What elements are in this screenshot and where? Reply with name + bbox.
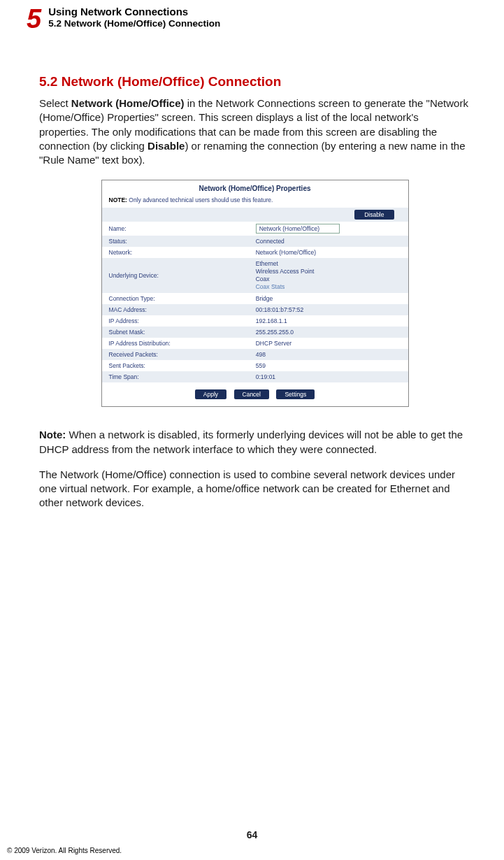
label-dist: IP Address Distribution: xyxy=(102,338,249,349)
page-header: 5 Using Network Connections 5.2 Network … xyxy=(0,0,504,32)
screenshot-note: NOTE: Only advanced technical users shou… xyxy=(102,195,408,208)
content: 5.2 Network (Home/Office) Connection Sel… xyxy=(0,32,504,510)
value-status: Connected xyxy=(249,236,408,247)
underlying-wireless: Wireless Access Point xyxy=(256,268,401,275)
value-tx: 559 xyxy=(249,360,408,371)
note-label: Note: xyxy=(39,429,66,440)
label-ip: IP Address: xyxy=(102,315,249,327)
description-paragraph: The Network (Home/Office) connection is … xyxy=(39,468,470,510)
label-network: Network: xyxy=(102,247,249,258)
row-mac: MAC Address: 00:18:01:b7:57:52 xyxy=(102,304,408,315)
value-mac: 00:18:01:b7:57:52 xyxy=(249,304,408,315)
row-conn-type: Connection Type: Bridge xyxy=(102,293,408,304)
p1-bold-2: Disable xyxy=(147,140,185,152)
label-name: Name: xyxy=(102,222,249,236)
disable-row: Disable xyxy=(102,208,408,222)
chapter-number: 5 xyxy=(27,6,40,32)
label-subnet: Subnet Mask: xyxy=(102,327,249,338)
intro-paragraph: Select Network (Home/Office) in the Netw… xyxy=(39,96,470,167)
screenshot-title: Network (Home/Office) Properties xyxy=(102,180,408,195)
value-time: 0:19:01 xyxy=(249,371,408,382)
note-paragraph: Note: When a network is disabled, its fo… xyxy=(39,428,470,457)
value-subnet: 255.255.255.0 xyxy=(249,327,408,338)
label-conn-type: Connection Type: xyxy=(102,293,249,304)
screenshot-actions: Apply Cancel Settings xyxy=(102,382,408,406)
row-underlying: Underlying Device: Ethernet Wireless Acc… xyxy=(102,258,408,293)
disable-button[interactable]: Disable xyxy=(354,210,394,220)
header-titles: Using Network Connections 5.2 Network (H… xyxy=(48,6,220,29)
properties-table: Disable Name: Network (Home/Office) Stat… xyxy=(102,208,408,382)
value-ip: 192.168.1.1 xyxy=(249,315,408,327)
properties-screenshot: Network (Home/Office) Properties NOTE: O… xyxy=(101,180,409,407)
row-name: Name: Network (Home/Office) xyxy=(102,222,408,236)
row-status: Status: Connected xyxy=(102,236,408,247)
label-tx: Sent Packets: xyxy=(102,360,249,371)
screenshot-note-text: Only advanced technical users should use… xyxy=(127,196,273,203)
row-tx: Sent Packets: 559 xyxy=(102,360,408,371)
row-time: Time Span: 0:19:01 xyxy=(102,371,408,382)
label-status: Status: xyxy=(102,236,249,247)
label-rx: Received Packets: xyxy=(102,349,249,360)
label-mac: MAC Address: xyxy=(102,304,249,315)
value-underlying: Ethernet Wireless Access Point Coax Coax… xyxy=(249,258,408,293)
cancel-button[interactable]: Cancel xyxy=(234,389,269,399)
copyright: © 2009 Verizon. All Rights Reserved. xyxy=(7,847,122,854)
value-conn-type: Bridge xyxy=(249,293,408,304)
row-rx: Received Packets: 498 xyxy=(102,349,408,360)
apply-button[interactable]: Apply xyxy=(195,389,226,399)
note-text: When a network is disabled, its formerly… xyxy=(39,429,463,454)
value-rx: 498 xyxy=(249,349,408,360)
value-network: Network (Home/Office) xyxy=(249,247,408,258)
row-ip: IP Address: 192.168.1.1 xyxy=(102,315,408,327)
label-underlying: Underlying Device: xyxy=(102,258,249,293)
underlying-ethernet: Ethernet xyxy=(256,260,401,268)
p1-bold-1: Network (Home/Office) xyxy=(71,97,185,109)
name-input[interactable]: Network (Home/Office) xyxy=(256,224,340,234)
row-dist: IP Address Distribution: DHCP Server xyxy=(102,338,408,349)
settings-button[interactable]: Settings xyxy=(276,389,315,399)
section-heading: 5.2 Network (Home/Office) Connection xyxy=(39,74,470,89)
page-number: 64 xyxy=(0,829,504,840)
row-subnet: Subnet Mask: 255.255.255.0 xyxy=(102,327,408,338)
value-dist: DHCP Server xyxy=(249,338,408,349)
label-time: Time Span: xyxy=(102,371,249,382)
screenshot-note-label: NOTE: xyxy=(109,196,127,203)
p1-pre: Select xyxy=(39,97,71,109)
row-network: Network: Network (Home/Office) xyxy=(102,247,408,258)
chapter-title: Using Network Connections xyxy=(48,6,220,17)
chapter-subtitle: 5.2 Network (Home/Office) Connection xyxy=(48,18,220,29)
underlying-coax-stats[interactable]: Coax Stats xyxy=(256,283,401,291)
underlying-coax: Coax xyxy=(256,275,401,283)
